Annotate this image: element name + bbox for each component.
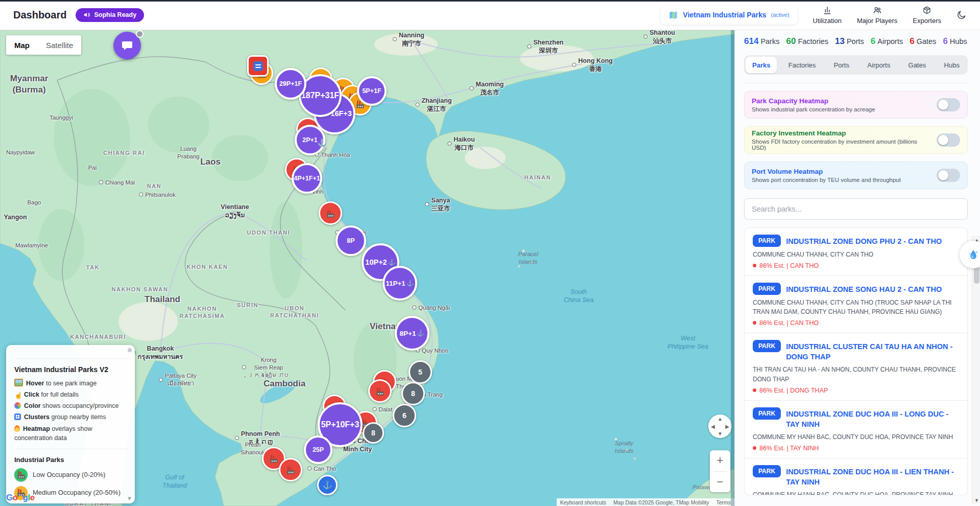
page-title: Dashboard — [13, 9, 66, 21]
cluster-marker-4P+1F+1[interactable]: 4P+1F+1 — [292, 163, 322, 194]
map-edge-shadow — [731, 30, 734, 506]
heatmap-toggle[interactable] — [937, 98, 960, 111]
scroll-down-icon[interactable]: ▼ — [972, 496, 980, 504]
factory-marker-red[interactable] — [368, 379, 392, 403]
park-title[interactable]: INDUSTRIAL ZONE DUC HOA III - LONG DUC -… — [786, 407, 959, 430]
tab-ports[interactable]: Ports — [827, 57, 856, 73]
map-label: Thailand — [145, 294, 180, 305]
park-title[interactable]: INDUSTRIAL ZONE DONG PHU 2 - CAN THO — [786, 235, 942, 246]
tab-parks[interactable]: Parks — [746, 57, 777, 73]
stats-row: 614Parks60Factories13Ports6Airports6Gate… — [744, 36, 968, 47]
cluster-marker-8P+1[interactable]: 8P+1⚓ — [395, 316, 429, 351]
map-label: Krong Siem Reap ក្រុងសៀមរាប — [248, 356, 290, 379]
park-title[interactable]: INDUSTRIAL CLUSTER CAI TAU HA AN NHON - … — [786, 340, 959, 362]
active-project-card[interactable]: Vietnam Industrial Parks (active) — [660, 6, 797, 25]
pan-left-icon[interactable]: ◀ — [711, 424, 715, 429]
count-marker-5[interactable]: 5 — [409, 360, 432, 384]
anchor-icon[interactable]: ⚓ — [318, 139, 326, 147]
project-name: Vietnam Industrial Parks — [683, 11, 766, 19]
header: Dashboard Sophia Ready Vietnam Industria… — [0, 0, 980, 30]
map-label: Nanning 南宁市 — [399, 31, 424, 48]
google-logo: Google — [6, 493, 35, 503]
map-label: Shantou 汕头市 — [650, 30, 675, 45]
cluster-marker-25P[interactable]: 25P — [304, 435, 332, 464]
nav-major-players-label: Major Players — [857, 17, 897, 25]
park-card-4[interactable]: PARKINDUSTRIAL ZONE DUC HOA III - LIEN T… — [745, 458, 967, 495]
stat-hubs: 6Hubs — [943, 36, 967, 47]
map-pan-control[interactable]: ▲ ▼ ◀ ▶ — [708, 415, 732, 438]
park-title[interactable]: INDUSTRIAL ZONE DUC HOA III - LIEN THANH… — [786, 465, 959, 488]
count-marker-8[interactable]: 8 — [363, 422, 384, 444]
tab-gates[interactable]: Gates — [902, 57, 933, 73]
park-card-0[interactable]: PARKINDUSTRIAL ZONE DONG PHU 2 - CAN THO… — [745, 228, 967, 276]
map-label: Maoming 茂名市 — [476, 80, 504, 97]
nav-utilization[interactable]: Utilization — [813, 6, 842, 25]
map-label: KHON KAEN — [186, 263, 228, 270]
count-marker-8[interactable]: 8 — [401, 382, 425, 405]
nav-major-players[interactable]: Major Players — [857, 6, 897, 25]
tab-airports[interactable]: Airports — [861, 57, 897, 73]
hand-icon: ☝ — [14, 392, 21, 399]
speaker-icon — [83, 11, 90, 18]
port-marker[interactable]: ⚓ — [317, 475, 338, 495]
water-drop-icon — [967, 248, 979, 261]
cluster-marker-29P+1F[interactable]: 29P+1F — [275, 68, 306, 100]
pan-right-icon[interactable]: ▶ — [725, 424, 729, 429]
map-label: Can Tho — [314, 465, 336, 473]
border-gate-marker[interactable] — [247, 55, 269, 77]
map-label: Cambodia — [264, 378, 305, 389]
stat-gates: 6Gates — [910, 36, 936, 47]
status-dot-icon — [753, 321, 756, 325]
heatmap-desc: Shows industrial park concentration by a… — [752, 106, 875, 112]
cluster-marker-11P+1[interactable]: 11P+1⚓ — [383, 266, 417, 301]
map-legend-panel[interactable]: Vietnam Industrial Parks V2 Hover to see… — [6, 345, 135, 503]
legend-title: Vietnam Industrial Parks V2 — [14, 365, 129, 374]
factory-marker-red[interactable] — [279, 458, 302, 481]
map-label: Hong Kong 香港 — [578, 57, 612, 74]
keyboard-shortcuts-link[interactable]: Keyboard shortcuts — [557, 498, 610, 506]
nav-exporters[interactable]: Exporters — [913, 6, 941, 25]
zoom-out-button[interactable]: − — [710, 472, 730, 493]
map-zoom-control: + − — [710, 450, 730, 492]
heatmap-card-0: Park Capacity HeatmapShows industrial pa… — [744, 91, 968, 119]
people-icon — [873, 6, 882, 15]
park-card-1[interactable]: PARKINDUSTRIAL ZONE SONG HAU 2 - CAN THO… — [745, 276, 967, 333]
park-card-3[interactable]: PARKINDUSTRIAL ZONE DUC HOA III - LONG D… — [745, 401, 967, 458]
map-label: Quảng Ngãi — [418, 304, 449, 312]
count-marker-6[interactable]: 6 — [393, 404, 416, 427]
park-status: 86% Est. | DONG THAP — [753, 387, 959, 394]
tab-factories[interactable]: Factories — [782, 57, 822, 73]
park-address: COMMUNE MY HANH BAC, COUNTY DUC HOA, PRO… — [753, 490, 959, 495]
entity-tabs: ParksFactoriesPortsAirportsGatesHubs — [744, 55, 968, 75]
zoom-in-button[interactable]: + — [710, 450, 730, 471]
map-label: Bangkok กรุงเทพมหานคร — [138, 344, 183, 361]
legend-scroll-down-icon[interactable]: ▼ — [127, 495, 132, 501]
park-address: COMMUNE MY HANH BAC, COUNTY DUC HOA, PRO… — [753, 432, 959, 442]
status-dot-icon — [753, 388, 756, 392]
map-label: Laos — [200, 156, 221, 168]
park-address: THI TRAN CAI TAU HA - AN NHON, COUNTY CH… — [753, 365, 959, 384]
map-label: Naypyidaw — [6, 149, 35, 156]
sophia-ready-badge[interactable]: Sophia Ready — [76, 8, 144, 22]
park-card-2[interactable]: PARKINDUSTRIAL CLUSTER CAI TAU HA AN NHO… — [745, 333, 967, 401]
heatmap-toggle[interactable] — [937, 133, 960, 147]
pan-up-icon[interactable]: ▲ — [718, 416, 723, 422]
list-scrollbar[interactable]: ▲ ▼ — [972, 236, 980, 504]
cluster-marker-5P+1F[interactable]: 5P+1F — [357, 76, 387, 106]
pan-down-icon[interactable]: ▼ — [718, 431, 723, 436]
tab-hubs[interactable]: Hubs — [938, 57, 966, 73]
cluster-marker-8P[interactable]: 8P — [336, 225, 366, 256]
map-region[interactable]: Myanmar (Burma)ThailandLaosCambodiaVietn… — [0, 30, 734, 506]
factory-marker-red[interactable] — [319, 201, 342, 225]
search-input[interactable] — [744, 198, 968, 220]
map-label: Haikou 海口市 — [453, 135, 475, 152]
dark-mode-toggle[interactable] — [957, 10, 967, 20]
park-badge: PARK — [753, 465, 781, 477]
map-label: Spratly Islands — [615, 440, 633, 455]
map-type-map-button[interactable]: Map — [6, 35, 38, 55]
heatmap-toggle[interactable] — [937, 169, 960, 182]
cluster-icon — [14, 413, 21, 420]
park-title[interactable]: INDUSTRIAL ZONE SONG HAU 2 - CAN THO — [786, 283, 942, 294]
map-label: Phitsanulok — [145, 191, 175, 199]
map-type-satellite-button[interactable]: Satellite — [38, 35, 81, 55]
